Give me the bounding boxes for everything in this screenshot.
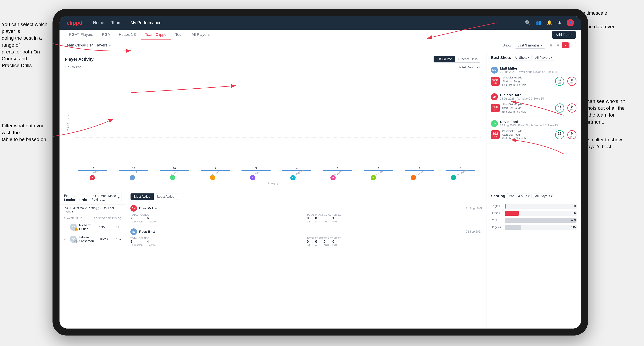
chart-metric-dropdown[interactable]: Total Rounds ▾ <box>459 65 481 69</box>
bar-group[interactable]: 4 <box>278 167 316 171</box>
bar-group[interactable]: 13 <box>73 167 112 171</box>
activity-player-row[interactable]: BM Blair McHarg 26 Aug 2023 Total Rounds… <box>126 202 486 226</box>
chart-header: On Course Total Rounds ▾ <box>65 65 481 69</box>
player-name: Edward Crossman <box>79 235 94 243</box>
shot-card[interactable]: DF David Ford 24 Aug 2023 · Royal North … <box>486 117 581 144</box>
lb-avatar: EC 2 <box>70 236 77 243</box>
shot-player-name: David Ford <box>500 120 558 124</box>
shot-score-num: 200 <box>492 105 498 109</box>
bar-value: 2 <box>418 167 420 170</box>
best-shots-header: Best Shots All Shots ▾ All Players ▾ <box>486 51 581 63</box>
heart-view-btn[interactable]: ♥ <box>562 42 568 48</box>
activity-toggle-group: On Course Practice Drills <box>434 56 481 63</box>
pa-player-name: Rees Britt <box>139 230 155 234</box>
bar-group[interactable]: 10 <box>155 167 194 171</box>
tab-pgat-players[interactable]: PGAT Players <box>65 30 98 40</box>
col-pb-avg: PB AVG SQ <box>108 217 122 220</box>
best-shots-filter1[interactable]: All Shots ▾ <box>513 55 532 60</box>
player-activity-header: Player Activity On Course Practice Drill… <box>65 56 481 63</box>
activity-player-row[interactable]: RB Rees Britt 02 Sep 2023 Total Rounds 8… <box>126 226 486 249</box>
notifications-icon[interactable]: 🔔 <box>547 20 552 25</box>
shot-player-info: DF David Ford 24 Aug 2023 · Royal North … <box>491 120 576 127</box>
activity-right-panel: Most Active Least Active BM Blair McHarg… <box>126 190 486 329</box>
chart-area: Total Rounds 1312109543322 B. McHargR. B… <box>65 71 481 185</box>
tab-team-clippd[interactable]: Team Clippd <box>141 30 171 40</box>
bar-fill <box>323 170 352 171</box>
bar-fill <box>242 170 270 171</box>
pa-avatar: RB <box>130 228 137 235</box>
bar-group[interactable]: 2 <box>400 167 438 171</box>
players-icon[interactable]: 👥 <box>536 20 542 25</box>
leaderboard-row[interactable]: 2 EC 2 Edward Crossman 18/20 107 <box>60 233 126 245</box>
tab-all-players[interactable]: All Players <box>187 30 214 40</box>
scoring-bar: 499 <box>505 218 576 223</box>
practice-panel: Practice Leaderboards PUTT Must Make Put… <box>60 190 486 329</box>
scoring-category: Pars <box>491 218 503 222</box>
practice-left: Practice Leaderboards PUTT Must Make Put… <box>60 190 126 329</box>
practice-title: Practice Leaderboards <box>64 194 90 202</box>
list-view-btn[interactable]: ⊟ <box>555 42 562 48</box>
tab-pga[interactable]: PGA <box>98 30 114 40</box>
bar-group[interactable]: 3 <box>318 167 357 171</box>
bar-value: 10 <box>173 167 176 170</box>
metric-circle-2: 0 yds <box>567 103 576 113</box>
shot-player-info: MM Matt Miller 09 Jun 2023 · Royal North… <box>491 66 576 74</box>
grid-view-btn[interactable]: ⊞ <box>548 42 554 48</box>
app-logo: clippd <box>66 19 82 26</box>
team-name: Team Clippd | 14 Players ✏ <box>65 43 112 47</box>
bar-fill <box>282 170 311 171</box>
least-active-tab[interactable]: Least Active <box>154 193 178 200</box>
shot-score-label: SG <box>494 109 497 111</box>
practice-drills-toggle[interactable]: Practice Drills <box>455 56 481 62</box>
bar-fill <box>160 170 189 171</box>
bar-value: 3 <box>337 167 338 170</box>
user-avatar[interactable]: 👤 <box>567 19 574 26</box>
drill-selector[interactable]: PUTT Must Make Putting ... ▾ <box>90 193 122 202</box>
shot-player-avatar: MM <box>491 67 498 74</box>
chevron-down-icon: ▾ <box>479 65 481 69</box>
annotation-left-bottom: Filter what data you wish the table to b… <box>2 122 52 143</box>
shot-card[interactable]: BM Blair McHarg 23 Jul 2023 · Ashridge G… <box>486 90 581 117</box>
player-avatar: E <box>411 175 416 180</box>
add-team-button[interactable]: Add Team! <box>552 31 576 39</box>
player-avatar: L <box>451 175 456 180</box>
scoring-row: Eagles 3 <box>491 204 576 209</box>
nav-teams[interactable]: Teams <box>111 19 124 26</box>
shot-description: Shot Dist: 16 yds Start Lie: Rough End L… <box>502 129 552 140</box>
shot-stats: 198 SG Shot Dist: 16 yds Start Lie: Roug… <box>491 129 576 140</box>
chevron-right-icon: › <box>576 128 576 132</box>
scoring-body: Eagles 3 Birdies 96 Pars 499 Bogeys 115 <box>486 201 581 329</box>
leaderboard-row[interactable]: 1 RB 1 Richard Butler 19/20 110 <box>60 221 126 233</box>
search-icon[interactable]: 🔍 <box>525 20 530 25</box>
most-active-tab[interactable]: Most Active <box>130 193 154 200</box>
bar-group[interactable]: 12 <box>114 167 153 171</box>
player-avatar: G <box>290 175 296 180</box>
best-shots-filter2[interactable]: All Players ▾ <box>533 55 554 60</box>
player-activity-title: Player Activity <box>65 57 94 62</box>
edit-icon[interactable]: ✏ <box>109 43 112 47</box>
bar-value: 9 <box>214 167 216 170</box>
tab-hcaps[interactable]: Hcaps 1-5 <box>114 30 141 40</box>
on-course-toggle[interactable]: On Course <box>434 56 455 62</box>
shot-score-badge: 200 SG <box>491 104 500 112</box>
best-shots-title: Best Shots <box>491 55 511 60</box>
settings-view-btn[interactable]: ≡ <box>570 42 576 48</box>
scoring-filter2[interactable]: All Players ▾ <box>533 193 554 199</box>
shot-player-detail: 09 Jun 2023 · Royal North Devon GC, Hole… <box>500 70 558 74</box>
sub-nav: PGAT Players PGA Hcaps 1-5 Team Clippd T… <box>60 30 581 40</box>
plus-circle-icon[interactable]: ⊕ <box>558 20 562 25</box>
shot-score-num: 198 <box>492 132 498 135</box>
shot-card[interactable]: MM Matt Miller 09 Jun 2023 · Royal North… <box>486 63 581 90</box>
scoring-category: Birdies <box>491 211 503 215</box>
show-filter: Show: Last 3 months ▾ ⊞ ⊟ ♥ ≡ <box>502 42 576 49</box>
scoring-bar-value: 499 <box>571 219 576 222</box>
scoring-filter1[interactable]: Par 3, 4 & 5s ▾ <box>507 193 532 199</box>
bar-group[interactable]: 9 <box>196 167 234 171</box>
nav-bar: clippd Home Teams My Performance 🔍 👥 🔔 ⊕… <box>60 16 581 30</box>
tab-tour[interactable]: Tour <box>171 30 187 40</box>
player-activity-panel: Player Activity On Course Practice Drill… <box>60 51 486 190</box>
nav-my-performance[interactable]: My Performance <box>130 19 161 26</box>
nav-home[interactable]: Home <box>93 19 104 26</box>
show-dropdown[interactable]: Last 3 months ▾ <box>515 42 545 49</box>
bar-fill <box>119 170 148 171</box>
